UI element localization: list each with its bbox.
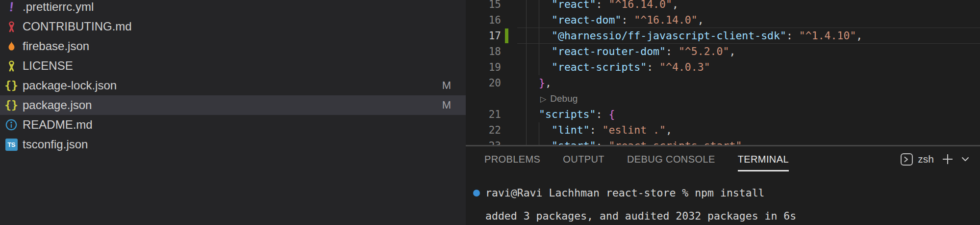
- code-line-15: 15"react": "^16.14.0",: [466, 0, 980, 12]
- tab-problems[interactable]: PROBLEMS: [484, 146, 540, 172]
- file-row-package-json[interactable]: {}package.jsonM: [0, 95, 466, 115]
- line-number: 17: [466, 28, 501, 44]
- file-name: package.json: [23, 98, 92, 112]
- line-number: 23: [466, 138, 501, 145]
- codelens-debug-action[interactable]: ▷Debug: [540, 91, 980, 107]
- line-number: 16: [466, 12, 501, 28]
- terminal-shell-icon: [900, 153, 913, 166]
- file-name: README.md: [23, 118, 93, 132]
- file-row-firebase-json[interactable]: firebase.json: [0, 36, 466, 56]
- flame-icon: [4, 39, 19, 53]
- file-row-prettierrc-yml[interactable]: !.prettierrc.yml: [0, 0, 466, 17]
- panel-actions: zsh: [900, 146, 969, 172]
- git-modified-badge: M: [442, 79, 451, 92]
- code-text: "lint": "eslint .",: [552, 122, 672, 138]
- code-line-18: 18"react-router-dom": "^5.2.0",: [466, 44, 980, 59]
- code-line-22: 22"lint": "eslint .",: [466, 122, 980, 138]
- file-row-package-lock-json[interactable]: {}package-lock.jsonM: [0, 76, 466, 95]
- code-line-19: 19"react-scripts": "^4.0.3": [466, 59, 980, 75]
- command-decoration-dot[interactable]: [473, 190, 480, 197]
- file-row-readme-md[interactable]: README.md: [0, 115, 466, 135]
- ribbon-red-icon: [4, 20, 19, 33]
- git-modified-badge: M: [442, 99, 451, 112]
- code-text: "@harnessio/ff-javascript-client-sdk": "…: [552, 28, 862, 44]
- tab-output[interactable]: OUTPUT: [563, 146, 604, 172]
- panel-tab-bar: PROBLEMSOUTPUTDEBUG CONSOLETERMINAL: [484, 146, 789, 172]
- gutter-modified-marker: [505, 28, 508, 43]
- code-line-23: 23"start": "react-scripts start",: [466, 138, 980, 145]
- ribbon-yellow-icon: [4, 59, 19, 73]
- terminal-instance-zsh[interactable]: zsh: [900, 153, 934, 166]
- code-text: "react-scripts": "^4.0.3": [552, 59, 710, 75]
- codelens-label: Debug: [550, 93, 578, 104]
- code-text: "react-dom": "^16.14.0",: [552, 12, 704, 28]
- line-number: 22: [466, 122, 501, 138]
- new-terminal-button[interactable]: [941, 152, 955, 166]
- file-explorer[interactable]: !.prettierrc.yml CONTRIBUTING.md firebas…: [0, 0, 466, 225]
- code-text: "react-router-dom": "^5.2.0",: [552, 44, 735, 59]
- tab-debug-console[interactable]: DEBUG CONSOLE: [627, 146, 715, 172]
- vscode-window: !.prettierrc.yml CONTRIBUTING.md firebas…: [0, 0, 980, 225]
- braces-icon: {}: [4, 98, 19, 112]
- file-row-tsconfig-json[interactable]: TStsconfig.json: [0, 135, 466, 154]
- line-number: 21: [466, 107, 501, 122]
- terminal-panel[interactable]: PROBLEMSOUTPUTDEBUG CONSOLETERMINAL zsh: [466, 146, 980, 225]
- info-icon: [4, 118, 19, 132]
- line-number: 19: [466, 59, 501, 75]
- prettier-icon: !: [4, 0, 19, 14]
- terminal-line: added 3 packages, and audited 2032 packa…: [485, 208, 980, 224]
- file-name: tsconfig.json: [23, 138, 88, 151]
- typescript-icon: TS: [4, 138, 19, 151]
- file-row-license[interactable]: LICENSE: [0, 56, 466, 76]
- braces-icon: {}: [4, 79, 19, 92]
- code-text: "start": "react-scripts start",: [552, 138, 748, 145]
- line-number: 20: [466, 75, 501, 91]
- shell-label: zsh: [918, 153, 934, 165]
- code-line-16: 16"react-dom": "^16.14.0",: [466, 12, 980, 28]
- file-name: LICENSE: [23, 59, 73, 73]
- code-editor[interactable]: 15"react": "^16.14.0",16"react-dom": "^1…: [466, 0, 980, 145]
- terminal-profile-dropdown[interactable]: [961, 156, 969, 162]
- code-line-21: 21"scripts": {: [466, 107, 980, 122]
- file-name: package-lock.json: [23, 79, 117, 92]
- code-text: },: [539, 75, 552, 91]
- file-name: CONTRIBUTING.md: [23, 20, 132, 33]
- file-row-contributing-md[interactable]: CONTRIBUTING.md: [0, 17, 466, 36]
- code-line-17: 17"@harnessio/ff-javascript-client-sdk":…: [466, 28, 980, 44]
- terminal-line: ravi@Ravi Lachhman react-store % npm ins…: [485, 185, 980, 201]
- tab-terminal[interactable]: TERMINAL: [738, 146, 789, 172]
- code-line-20: 20},: [466, 75, 980, 91]
- file-name: firebase.json: [23, 39, 89, 53]
- play-outline-icon: ▷: [540, 95, 546, 103]
- code-text: "scripts": {: [539, 107, 615, 122]
- file-name: .prettierrc.yml: [23, 0, 94, 14]
- line-number: 18: [466, 44, 501, 59]
- line-number: 15: [466, 0, 501, 12]
- code-text: "react": "^16.14.0",: [552, 0, 678, 12]
